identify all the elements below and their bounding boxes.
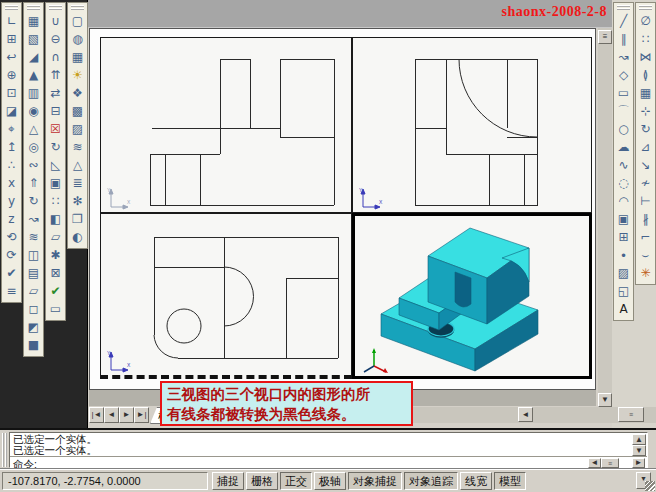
torus-icon[interactable]: ◎ xyxy=(24,138,43,156)
region-icon[interactable]: ◱ xyxy=(614,282,633,300)
extrude-icon[interactable]: ⇑ xyxy=(24,174,43,192)
status-toggle-otrack[interactable]: 对象追踪 xyxy=(404,472,458,490)
command-text-area[interactable]: 已选定一个实体。已选定一个实体。 ▲ ▼ 命令: ◄ ≡ ► xyxy=(9,432,648,468)
fog-icon[interactable]: ≋ xyxy=(68,138,87,156)
rotate-faces-icon[interactable]: ↻ xyxy=(46,138,65,156)
spline-icon[interactable]: ∿ xyxy=(614,156,633,174)
helix-icon[interactable]: ∾ xyxy=(24,156,43,174)
status-toggle-model[interactable]: 模型 xyxy=(494,472,526,490)
extend-icon[interactable]: ⊢ xyxy=(636,192,655,210)
shade-icon[interactable]: ◐ xyxy=(68,228,87,246)
tab-next-button[interactable]: ► xyxy=(119,407,134,423)
pyramid-icon[interactable]: △ xyxy=(24,120,43,138)
hide-icon[interactable]: ▢ xyxy=(68,12,87,30)
extrude-faces-icon[interactable]: ⇈ xyxy=(46,66,65,84)
ucs-rotate-y-icon[interactable]: ⟳ xyxy=(2,246,21,264)
clean-icon[interactable]: ✱ xyxy=(46,246,65,264)
render-window-icon[interactable]: ❐ xyxy=(68,210,87,228)
arc-icon[interactable]: ⌒ xyxy=(614,102,633,120)
toolbar-grip[interactable] xyxy=(5,5,18,10)
rectangle-icon[interactable]: ▭ xyxy=(614,84,633,102)
realistic-view-icon[interactable]: ■ xyxy=(24,336,43,354)
ucs-object-icon[interactable]: ⊡ xyxy=(2,84,21,102)
sphere-icon[interactable]: ◉ xyxy=(24,102,43,120)
render-preferences-icon[interactable]: ✻ xyxy=(68,192,87,210)
scroll-down-button[interactable]: ▼ xyxy=(598,393,612,407)
move-faces-icon[interactable]: ⇄ xyxy=(46,84,65,102)
viewport-3d-shaded[interactable] xyxy=(352,213,592,379)
ucs-icon[interactable]: ∟ xyxy=(2,12,21,30)
copy-faces-icon[interactable]: ∷ xyxy=(46,192,65,210)
tab-last-button[interactable]: ►| xyxy=(134,407,149,423)
cone-icon[interactable]: ▲ xyxy=(24,66,43,84)
chamfer-icon[interactable]: ⌐ xyxy=(636,228,655,246)
stretch-icon[interactable]: ↘ xyxy=(636,156,655,174)
sweep-icon[interactable]: ↝ xyxy=(24,210,43,228)
materials-icon[interactable]: ❖ xyxy=(68,84,87,102)
scrollbar-menu-button[interactable]: ≡ xyxy=(598,30,612,44)
viewport-front-view[interactable]: Y X xyxy=(100,37,352,213)
background-icon[interactable]: ▨ xyxy=(68,120,87,138)
toolbar-grip[interactable] xyxy=(27,5,40,10)
trim-icon[interactable]: ≁ xyxy=(636,174,655,192)
toolbar-grip[interactable] xyxy=(639,5,652,10)
ucs-face-icon[interactable]: ◪ xyxy=(2,102,21,120)
separate-icon[interactable]: ⊠ xyxy=(46,264,65,282)
imprint-icon[interactable]: ▱ xyxy=(46,228,65,246)
construction-line-icon[interactable]: ∥ xyxy=(614,30,633,48)
command-scroll-left-button[interactable]: ◄ xyxy=(588,458,601,468)
explode-icon[interactable]: ✳ xyxy=(636,264,655,282)
ellipse-icon[interactable]: ◌ xyxy=(614,174,633,192)
wireframe-2d-icon[interactable]: ▱ xyxy=(24,282,43,300)
resize-grip-icon[interactable] xyxy=(645,481,655,491)
command-scroll-right-button[interactable]: ► xyxy=(632,458,645,468)
scene-icon[interactable]: ▦ xyxy=(68,48,87,66)
wedge-icon[interactable]: ◢ xyxy=(24,48,43,66)
command-scroll-up-button[interactable]: ▲ xyxy=(632,434,646,445)
toolbar-grip[interactable] xyxy=(617,5,630,10)
ucs-named-icon[interactable]: ≡ xyxy=(2,282,21,300)
command-window-grip[interactable] xyxy=(2,433,7,467)
ucs-apply-icon[interactable]: ✔ xyxy=(2,264,21,282)
revolve-icon[interactable]: ↻ xyxy=(24,192,43,210)
landscape-icon[interactable]: △ xyxy=(68,156,87,174)
toolbar-grip[interactable] xyxy=(49,5,62,10)
status-toggle-polar[interactable]: 极轴 xyxy=(314,472,346,490)
command-scroll-down-button[interactable]: ▼ xyxy=(632,445,646,456)
line-icon[interactable]: ╱ xyxy=(614,12,633,30)
ucs-3point-icon[interactable]: ∴ xyxy=(2,156,21,174)
cylinder-icon[interactable]: ▥ xyxy=(24,84,43,102)
ucs-display-icon[interactable]: ⊞ xyxy=(2,30,21,48)
shaded-view-icon[interactable]: ◩ xyxy=(24,318,43,336)
statistics-icon[interactable]: ≣ xyxy=(68,174,87,192)
offset-icon[interactable]: ≬ xyxy=(636,66,655,84)
status-toggle-ortho[interactable]: 正交 xyxy=(280,472,312,490)
rotate-icon[interactable]: ↻ xyxy=(636,120,655,138)
polysolid-icon[interactable]: ▦ xyxy=(24,12,43,30)
intersect-icon[interactable]: ∩ xyxy=(46,48,65,66)
light-icon[interactable]: ☀ xyxy=(68,66,87,84)
scale-icon[interactable]: ⊿ xyxy=(636,138,655,156)
erase-icon[interactable]: ∅ xyxy=(636,12,655,30)
ucs-previous-icon[interactable]: ↩ xyxy=(2,48,21,66)
point-icon[interactable]: ∙ xyxy=(614,246,633,264)
box-icon[interactable]: ▧ xyxy=(24,30,43,48)
scroll-left-button[interactable]: ◄ xyxy=(518,407,533,422)
ucs-y-icon[interactable]: y xyxy=(2,192,21,210)
ucs-rotate-x-icon[interactable]: ⟲ xyxy=(2,228,21,246)
circle-icon[interactable]: ○ xyxy=(614,120,633,138)
subtract-icon[interactable]: ⊖ xyxy=(46,30,65,48)
canvas-vertical-scrollbar[interactable]: ≡ ▼ xyxy=(598,28,612,410)
text-icon[interactable]: A xyxy=(614,300,633,318)
delete-faces-icon[interactable]: ☒ xyxy=(46,120,65,138)
section-icon[interactable]: ▤ xyxy=(24,264,43,282)
ucs-x-icon[interactable]: x xyxy=(2,174,21,192)
copy-edges-icon[interactable]: ▭ xyxy=(46,300,65,318)
status-toggle-osnap[interactable]: 对象捕捉 xyxy=(348,472,402,490)
break-icon[interactable]: ∦ xyxy=(636,210,655,228)
slice-icon[interactable]: ◫ xyxy=(24,246,43,264)
check-icon[interactable]: ✔ xyxy=(46,282,65,300)
taper-faces-icon[interactable]: ◺ xyxy=(46,156,65,174)
command-scrollbar-thumb[interactable]: ≡ xyxy=(601,458,619,468)
union-icon[interactable]: ∪ xyxy=(46,12,65,30)
